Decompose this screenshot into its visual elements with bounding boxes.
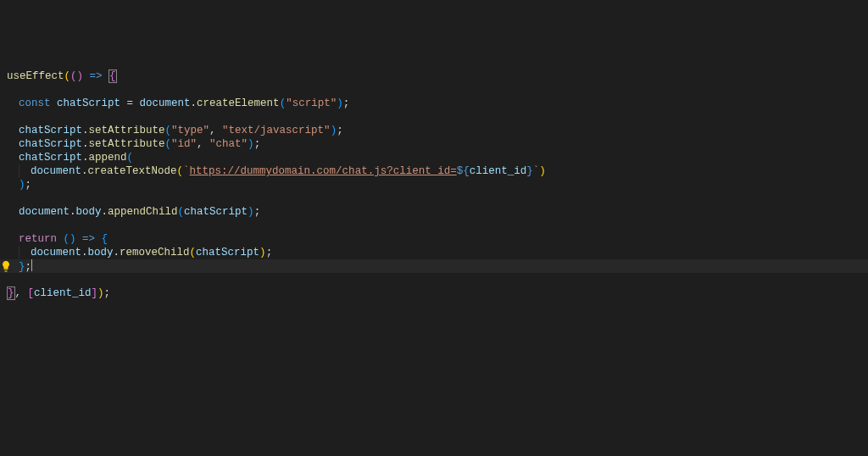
code-token: useEffect <box>7 70 64 82</box>
code-token: ; <box>104 287 111 299</box>
code-token: ( <box>127 152 134 164</box>
code-token: "text/javascript" <box>222 125 331 136</box>
code-token: chatScript <box>196 247 259 259</box>
code-token: ( <box>178 206 185 218</box>
code-token: = <box>120 97 140 109</box>
code-line[interactable]: chatScript.append( <box>7 151 868 164</box>
code-token: ) <box>539 165 546 177</box>
code-token: appendChild <box>108 206 178 218</box>
code-token: . <box>82 138 89 150</box>
code-token: ( <box>165 138 172 150</box>
code-line[interactable]: }, [client_id]); <box>7 286 868 300</box>
code-token: . <box>81 247 88 259</box>
code-line[interactable] <box>7 273 868 286</box>
code-token: setAttribute <box>89 125 165 136</box>
code-line[interactable] <box>7 219 868 232</box>
code-token: ) <box>248 138 254 150</box>
code-line[interactable] <box>7 83 868 97</box>
code-line[interactable]: ); <box>7 178 868 192</box>
code-token: . <box>70 206 76 218</box>
code-token: . <box>82 125 89 136</box>
code-token: ; <box>25 179 32 191</box>
code-line[interactable] <box>7 192 868 205</box>
editor-content[interactable]: useEffect(() => { const chatScript = doc… <box>7 70 868 300</box>
code-token: chatScript <box>184 206 248 218</box>
code-token: ; <box>25 261 32 273</box>
code-token: chatScript <box>19 138 82 150</box>
code-token: ; <box>254 138 261 150</box>
code-token: "id" <box>171 138 197 150</box>
code-token: ; <box>266 247 273 259</box>
code-token: client_id <box>34 287 92 299</box>
code-token: ( <box>190 247 197 259</box>
code-token: ) <box>331 125 337 136</box>
code-line[interactable]: chatScript.setAttribute("type", "text/ja… <box>7 124 868 137</box>
code-token: client_id <box>470 165 527 177</box>
code-token: ; <box>343 97 350 109</box>
code-token: document <box>140 97 191 109</box>
code-token: ${ <box>457 165 470 177</box>
code-token: document <box>31 165 81 177</box>
code-line[interactable] <box>7 110 868 124</box>
code-line[interactable]: chatScript.setAttribute("id", "chat"); <box>7 137 868 151</box>
code-token: ( <box>177 165 184 177</box>
code-token: () <box>70 70 83 82</box>
code-token: => <box>83 70 108 82</box>
text-cursor <box>31 259 32 271</box>
code-token: ) <box>259 247 266 259</box>
code-token: () <box>64 233 76 245</box>
code-token: , <box>15 287 28 299</box>
matched-bracket: } <box>7 286 15 300</box>
code-token: , <box>197 138 209 150</box>
code-token: ) <box>97 287 104 299</box>
code-line[interactable]: }; <box>7 259 868 273</box>
code-token: { <box>102 233 108 245</box>
code-token: return <box>19 233 57 245</box>
code-token: createElement <box>197 97 280 109</box>
code-token: => <box>76 233 102 245</box>
code-token: chatScript <box>19 152 82 164</box>
code-token: ) <box>248 206 254 218</box>
code-line[interactable]: const chatScript = document.createElemen… <box>7 97 868 110</box>
code-token: . <box>114 247 120 259</box>
code-token: createTextNode <box>88 165 177 177</box>
code-token: . <box>81 165 88 177</box>
code-token: https://dummydomain.com/chat.js?client_i… <box>190 165 457 177</box>
code-token: ) <box>337 97 343 109</box>
code-token: chatScript <box>57 97 120 109</box>
code-token: ( <box>165 125 172 136</box>
code-token: ; <box>337 125 343 136</box>
code-token: document <box>19 206 70 218</box>
code-token: body <box>76 206 102 218</box>
code-token: ) <box>19 179 25 191</box>
code-token: ` <box>183 165 190 177</box>
code-token: ( <box>64 70 71 82</box>
matched-bracket: { <box>108 70 117 83</box>
code-token: "chat" <box>209 138 248 150</box>
code-line[interactable]: document.body.appendChild(chatScript); <box>7 205 868 219</box>
code-line[interactable]: document.body.removeChild(chatScript); <box>7 246 868 259</box>
code-token: document <box>31 247 81 259</box>
code-token: setAttribute <box>89 138 165 150</box>
code-token: "script" <box>286 97 337 109</box>
code-token: ( <box>280 97 287 109</box>
code-token: . <box>82 152 89 164</box>
code-token: removeChild <box>120 247 190 259</box>
code-line[interactable]: useEffect(() => { <box>7 70 868 83</box>
code-token: chatScript <box>19 125 82 136</box>
code-token: , <box>209 125 222 136</box>
code-token: ; <box>254 206 261 218</box>
lightbulb-icon[interactable] <box>0 260 12 272</box>
code-token: append <box>89 152 127 164</box>
code-token: const <box>19 97 51 109</box>
code-editor[interactable]: useEffect(() => { const chatScript = doc… <box>0 0 868 456</box>
code-line[interactable]: return () => { <box>7 232 868 246</box>
code-token: "type" <box>171 125 209 136</box>
code-token: ] <box>92 287 98 299</box>
code-token: } <box>19 261 25 273</box>
code-line[interactable]: document.createTextNode(`https://dummydo… <box>7 164 868 178</box>
code-token: body <box>88 247 114 259</box>
code-token: [ <box>28 287 35 299</box>
code-token: . <box>191 97 198 109</box>
code-token: } <box>526 165 533 177</box>
